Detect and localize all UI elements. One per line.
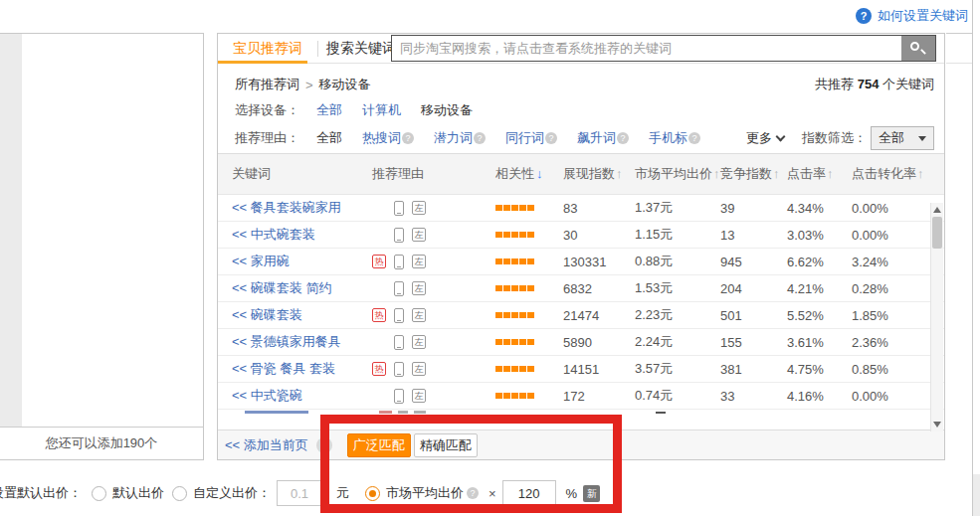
keyword-link[interactable]: << 碗碟套装 简约 (232, 280, 331, 295)
left-display-icon: 左 (412, 362, 426, 376)
help-circle-icon[interactable]: ? (402, 132, 414, 144)
keyword-link[interactable]: << 家用碗 (232, 254, 290, 268)
relevance-bar (495, 366, 502, 372)
search-button[interactable] (901, 36, 935, 61)
cvr-value: 3.24% (852, 255, 932, 269)
hot-word-icon: 热 (372, 308, 386, 322)
exact-match-button[interactable]: 精确匹配 (414, 433, 478, 457)
border-segment (946, 33, 972, 34)
page-divider (972, 0, 973, 516)
help-area: ? 如何设置关键词 (856, 7, 968, 25)
more-filters-toggle[interactable]: 更多 (746, 129, 784, 147)
relevance-bar (495, 312, 502, 318)
device-option-all[interactable]: 全部 (316, 101, 342, 119)
relevance-bar (503, 393, 510, 399)
cvr-value: 0.00% (852, 228, 932, 243)
breadcrumb-separator: > (305, 78, 313, 92)
reason-option-hot[interactable]: 热搜词 (362, 130, 401, 145)
search-input[interactable] (392, 36, 901, 61)
device-option-pc[interactable]: 计算机 (362, 101, 401, 119)
relevance-bars (495, 339, 563, 345)
help-circle-icon[interactable]: ? (474, 132, 486, 144)
relevance-bar (503, 285, 510, 291)
index-filter-dropdown[interactable]: 全部 (871, 126, 934, 150)
impressions-value: 130331 (563, 255, 635, 269)
avg-price-value: 1.15元 (635, 226, 720, 244)
keyword-link[interactable]: << 中式碗套装 (232, 227, 315, 242)
custom-bid-input[interactable] (277, 480, 322, 506)
market-avg-radio[interactable] (365, 486, 380, 501)
table-row: << 碗碟套装 简约 左 6832 1.53元 204 4.21% 0.28% (218, 275, 944, 302)
relevance-bar (511, 232, 518, 238)
percent-input[interactable] (502, 480, 556, 506)
sort-icon: ↑ (827, 166, 834, 181)
header-avg-price-sort[interactable]: 市场平均出价↑ (635, 165, 720, 183)
relevance-bar (519, 366, 526, 372)
reason-option-potential[interactable]: 潜力词 (434, 130, 473, 145)
mobile-device-icon (394, 362, 404, 377)
help-circle-icon[interactable]: ? (545, 132, 557, 144)
how-to-set-keywords-link[interactable]: 如何设置关键词 (878, 7, 968, 25)
header-relevance-sort[interactable]: 相关性↓ (495, 165, 563, 183)
relevance-bar (519, 339, 526, 345)
scroll-down-icon[interactable] (933, 422, 941, 428)
relevance-bar (519, 258, 526, 264)
keyword-link[interactable]: << 景德镇家用餐具 (232, 334, 341, 349)
custom-bid-label[interactable]: 自定义出价： (193, 484, 271, 502)
default-bid-label[interactable]: 默认出价 (112, 484, 164, 502)
custom-bid-radio[interactable] (172, 486, 187, 501)
reason-option-peer[interactable]: 同行词 (505, 130, 544, 145)
device-filter-label: 选择设备： (235, 101, 316, 119)
help-circle-icon[interactable]: ? (467, 487, 479, 499)
relevance-bar (519, 232, 526, 238)
scrollbar-thumb[interactable] (932, 217, 942, 249)
help-question-icon[interactable]: ? (856, 8, 872, 24)
reason-option-rising[interactable]: 飙升词 (577, 130, 616, 145)
reason-option-mobile-tag[interactable]: 手机标 (649, 130, 687, 145)
competition-value: 33 (720, 389, 787, 404)
broad-match-button[interactable]: 广泛匹配 (347, 433, 411, 457)
table-row: << 中式瓷碗 左 172 0.74元 33 4.16% 0.00% (218, 383, 944, 410)
help-circle-icon[interactable]: ? (617, 132, 629, 144)
header-impressions-sort[interactable]: 展现指数↑ (563, 165, 635, 183)
relevance-bar (511, 205, 518, 211)
header-ctr-sort[interactable]: 点击率↑ (787, 165, 852, 183)
remaining-quota-note: 您还可以添加190个 (0, 427, 203, 459)
keyword-link[interactable]: << 骨瓷 餐具 套装 (232, 361, 335, 376)
ctr-value: 4.21% (787, 281, 852, 296)
reason-tags: 左 (372, 281, 495, 296)
breadcrumb-root[interactable]: 所有推荐词 (235, 76, 299, 93)
add-current-page-link[interactable]: << 添加当前页 (225, 436, 308, 454)
mobile-device-icon (394, 201, 404, 216)
tab-item-recommend[interactable]: 宝贝推荐词 (218, 40, 317, 58)
reason-tags: 左 (372, 201, 495, 216)
keyword-link[interactable]: << 碗碟套装 (232, 307, 302, 322)
left-display-icon: 左 (412, 281, 426, 295)
header-reason: 推荐理由 (372, 165, 495, 183)
reason-option-all[interactable]: 全部 (316, 129, 342, 147)
cvr-value: 1.85% (852, 308, 932, 323)
percent-sign: % (566, 486, 578, 501)
device-option-mobile[interactable]: 移动设备 (421, 101, 473, 119)
help-circle-icon[interactable]: ? (688, 132, 700, 144)
keyword-link[interactable]: << 餐具套装碗家用 (232, 200, 341, 215)
relevance-bar (495, 258, 502, 264)
header-competition-sort[interactable]: 竞争指数↑ (720, 165, 787, 183)
default-bid-radio[interactable] (92, 486, 106, 501)
mobile-device-icon (394, 335, 404, 350)
left-display-icon: 左 (412, 335, 426, 349)
yuan-unit-label: 元 (336, 484, 349, 502)
index-filter-label: 指数筛选： (802, 129, 867, 147)
scroll-up-icon[interactable] (933, 207, 941, 213)
competition-value: 13 (720, 228, 787, 243)
table-scrollbar[interactable] (930, 203, 943, 431)
help-circle-icon[interactable]: ? (316, 437, 332, 453)
impressions-value: 6832 (563, 281, 635, 296)
header-cvr-sort[interactable]: 点击转化率↑ (852, 165, 932, 183)
hot-word-icon: 热 (372, 362, 386, 376)
relevance-bars (495, 393, 563, 399)
sort-icon: ↑ (773, 166, 780, 181)
keyword-link[interactable]: << 中式瓷碗 (232, 388, 302, 403)
market-avg-label[interactable]: 市场平均出价 (386, 484, 464, 502)
table-row: << 餐具套装碗家用 左 83 1.37元 39 4.34% 0.00% (218, 195, 944, 222)
